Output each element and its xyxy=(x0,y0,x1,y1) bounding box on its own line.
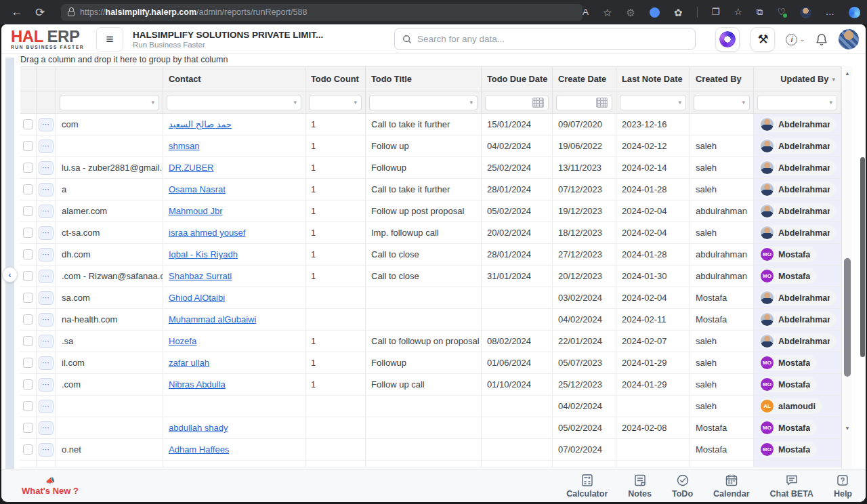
address-bar[interactable]: https://halsimplify.halerp.com/admin/rep… xyxy=(61,4,583,21)
column-header-todo-title[interactable]: Todo Title xyxy=(366,67,482,91)
column-header-todo-count[interactable]: Todo Count xyxy=(305,67,366,91)
updated-by-chip[interactable]: AbdelrahmanDeb xyxy=(759,225,836,240)
row-checkbox[interactable] xyxy=(23,141,33,151)
tools-button[interactable]: ⚒ xyxy=(750,27,775,51)
row-actions-button[interactable]: ⋯ xyxy=(39,226,54,240)
favorites-bar-icon[interactable]: ☆ xyxy=(734,7,742,17)
search-input[interactable] xyxy=(417,34,688,44)
row-actions-button[interactable]: ⋯ xyxy=(39,248,54,261)
updated-by-chip[interactable]: AbdelrahmanDeb xyxy=(759,117,836,132)
contact-link[interactable]: Mahmoud Jbr xyxy=(169,206,222,216)
row-actions-button[interactable]: ⋯ xyxy=(39,118,54,131)
updated-by-chip[interactable]: AbdelrahmanDeb xyxy=(759,312,836,327)
row-actions-button[interactable]: ⋯ xyxy=(39,205,54,218)
contact-link[interactable]: shmsan xyxy=(169,141,200,151)
contact-link[interactable]: Iqbal - Kis Riyadh xyxy=(169,249,238,259)
filter-input[interactable]: ▾ xyxy=(167,95,301,110)
row-checkbox[interactable] xyxy=(23,249,33,259)
back-icon[interactable]: ← xyxy=(5,5,28,19)
calendar-picker-icon[interactable] xyxy=(596,98,608,108)
row-actions-button[interactable]: ⋯ xyxy=(39,356,54,370)
updated-by-chip[interactable]: MOMostafa xyxy=(759,355,816,371)
split-screen-icon[interactable]: ❐ xyxy=(712,7,720,17)
contact-link[interactable]: abdullah shady xyxy=(169,423,228,433)
contact-link[interactable]: Shahbaz Surrati xyxy=(169,271,232,281)
extension-blue-icon[interactable] xyxy=(650,7,660,18)
hal-erp-logo[interactable]: HAL ERP RUN BUSINESS FASTER xyxy=(11,29,91,49)
dock-item-calendar[interactable]: Calendar xyxy=(713,474,750,499)
row-actions-button[interactable]: ⋯ xyxy=(39,291,54,305)
contact-link[interactable]: Nibras Abdulla xyxy=(169,379,226,390)
contact-link[interactable]: Adham Haffees xyxy=(169,444,229,455)
row-actions-button[interactable]: ⋯ xyxy=(39,400,54,413)
column-header-created-by[interactable]: Created By xyxy=(690,67,754,91)
contact-link[interactable]: Ghiod AlOtaibi xyxy=(169,293,225,303)
filter-input[interactable]: ▾ xyxy=(60,95,159,110)
row-checkbox[interactable] xyxy=(23,228,33,238)
info-menu[interactable]: i ⌄ xyxy=(786,34,805,45)
filter-input[interactable]: ▾ xyxy=(620,95,686,110)
notifications-bell-icon[interactable] xyxy=(816,33,828,46)
updated-by-chip[interactable]: MOMostafa xyxy=(759,420,816,436)
updated-by-chip[interactable]: MOMostafa xyxy=(759,442,816,457)
contact-link[interactable]: Muhammad alGubaiwi xyxy=(169,314,256,324)
updated-by-chip[interactable]: MOMostafa xyxy=(759,268,816,284)
filter-input[interactable]: ▾ xyxy=(694,95,750,110)
column-header-updated-by[interactable]: Updated By▾ xyxy=(754,67,841,91)
column-header-todo-due-date[interactable]: Todo Due Date xyxy=(482,67,553,91)
updated-by-chip[interactable]: AbdelrahmanDeb xyxy=(759,182,836,197)
global-search[interactable] xyxy=(394,28,696,50)
hamburger-menu-icon[interactable]: ≡ xyxy=(96,27,123,51)
row-checkbox[interactable] xyxy=(23,401,33,411)
filter-input[interactable] xyxy=(485,95,549,110)
read-aloud-icon[interactable]: A xyxy=(583,7,589,17)
copilot-icon[interactable] xyxy=(849,7,860,18)
collections-icon[interactable]: ⧉ xyxy=(757,7,763,17)
dock-item-help[interactable]: Help xyxy=(834,474,852,499)
row-actions-button[interactable]: ⋯ xyxy=(39,443,54,457)
favorite-star-icon[interactable]: ☆ xyxy=(603,7,612,18)
row-checkbox[interactable] xyxy=(23,379,33,390)
contact-link[interactable]: Hozefa xyxy=(169,336,196,346)
contact-link[interactable]: DR.ZUBER xyxy=(169,163,213,173)
filter-input[interactable]: ▾ xyxy=(369,95,478,110)
row-actions-button[interactable]: ⋯ xyxy=(39,161,54,175)
filter-input[interactable] xyxy=(556,95,612,110)
ai-assistant-button[interactable] xyxy=(715,27,740,51)
contact-link[interactable]: حمد صالح السعيد xyxy=(169,119,232,129)
dock-item-todo[interactable]: ToDo xyxy=(672,474,693,499)
row-checkbox[interactable] xyxy=(23,336,33,346)
grid-scrollbar[interactable]: ▲ ▼ xyxy=(841,66,852,469)
row-checkbox[interactable] xyxy=(23,358,33,368)
browser-scrollbar-thumb[interactable] xyxy=(860,157,865,357)
row-checkbox[interactable] xyxy=(23,206,33,216)
row-checkbox[interactable] xyxy=(23,423,33,433)
scroll-down-icon[interactable]: ▼ xyxy=(842,425,853,432)
row-checkbox[interactable] xyxy=(23,184,33,194)
contact-link[interactable]: zafar ullah xyxy=(169,358,209,368)
row-actions-button[interactable]: ⋯ xyxy=(39,335,54,348)
filter-input[interactable]: ▾ xyxy=(757,95,837,110)
browser-profile-avatar[interactable] xyxy=(800,7,811,18)
dock-item-calculator[interactable]: Calculator xyxy=(566,474,608,499)
updated-by-chip[interactable]: AbdelrahmanDeb xyxy=(759,333,836,349)
sidebar-collapse-icon[interactable]: ‹ xyxy=(2,267,18,282)
row-actions-button[interactable]: ⋯ xyxy=(39,270,54,283)
extension-shape-icon[interactable]: ✿ xyxy=(674,7,683,18)
extension-icon[interactable]: ⚙ xyxy=(627,7,635,18)
more-menu-icon[interactable]: … xyxy=(826,7,835,17)
column-header-contact[interactable]: Contact xyxy=(163,67,305,91)
contact-link[interactable]: israa ahmed yousef xyxy=(169,228,245,238)
row-actions-button[interactable]: ⋯ xyxy=(39,140,54,153)
row-checkbox[interactable] xyxy=(23,271,33,281)
row-actions-button[interactable]: ⋯ xyxy=(39,313,54,327)
row-checkbox[interactable] xyxy=(23,293,33,303)
updated-by-chip[interactable]: MOMostafa xyxy=(759,377,816,392)
column-header-last-note-date[interactable]: Last Note Date xyxy=(616,67,690,91)
browser-essentials-icon[interactable]: ♡ xyxy=(777,7,785,17)
scroll-up-icon[interactable]: ▲ xyxy=(842,70,853,77)
filter-input[interactable]: ▾ xyxy=(309,95,362,110)
row-actions-button[interactable]: ⋯ xyxy=(39,183,54,196)
dock-item-chat-beta[interactable]: Chat BETA xyxy=(770,474,813,499)
row-actions-button[interactable]: ⋯ xyxy=(39,378,54,392)
